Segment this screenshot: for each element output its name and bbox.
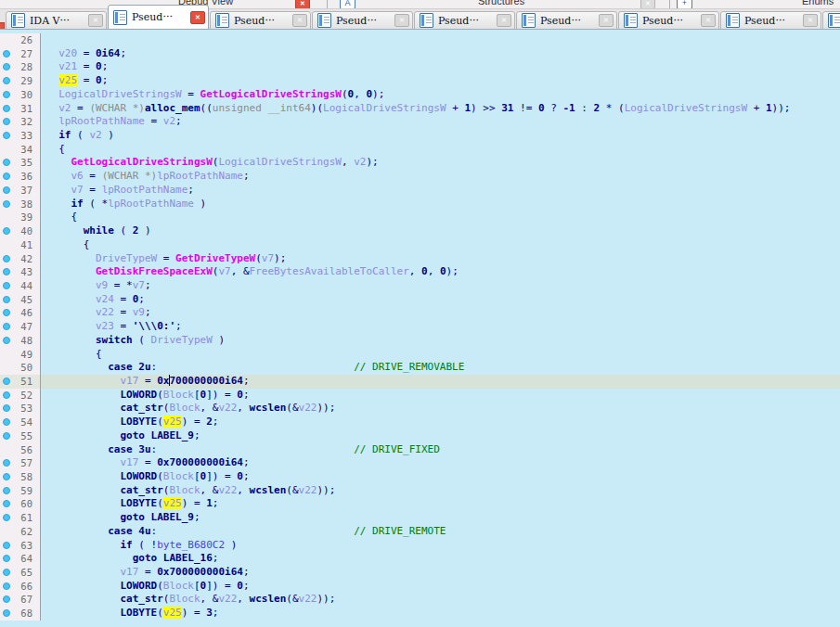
code-line-current[interactable]: 51 v17 = 0x700000000i64; bbox=[0, 375, 840, 389]
code-line[interactable]: 40 while ( 2 ) bbox=[0, 224, 840, 238]
code-line[interactable]: 41 { bbox=[0, 238, 840, 252]
code-line[interactable]: 29 v25 = 0; bbox=[0, 74, 840, 88]
breakpoint-dot[interactable] bbox=[3, 296, 10, 303]
breakpoint-dot[interactable] bbox=[3, 159, 10, 166]
code-line[interactable]: 63 if ( !byte_B680C2 ) bbox=[0, 539, 840, 553]
breakpoint-dot[interactable] bbox=[3, 459, 10, 467]
code-line[interactable]: 26 bbox=[0, 33, 840, 47]
breakpoint-dot[interactable] bbox=[3, 473, 10, 480]
gutter[interactable]: 53 bbox=[0, 402, 41, 416]
gutter[interactable]: 34 bbox=[0, 143, 41, 157]
tab-close-icon[interactable]: ✕ bbox=[88, 14, 103, 27]
breakpoint-dot[interactable] bbox=[3, 323, 10, 330]
gutter[interactable]: 52 bbox=[0, 389, 41, 403]
gutter[interactable]: 46 bbox=[0, 306, 41, 320]
code-line[interactable]: 31 v2 = (WCHAR *)alloc_mem((unsigned __i… bbox=[0, 102, 840, 116]
breakpoint-dot[interactable] bbox=[3, 500, 10, 507]
insert-icon[interactable]: + bbox=[677, 0, 692, 9]
tab-pseudocode-3[interactable]: Pseud···✕ bbox=[312, 11, 413, 30]
gutter[interactable]: 50 bbox=[0, 361, 41, 375]
gutter[interactable]: 32 bbox=[0, 115, 41, 129]
pseudocode-editor[interactable]: 2627 v20 = 0i64;28 v21 = 0;29 v25 = 0;30… bbox=[0, 29, 840, 627]
code-line[interactable]: 42 DriveTypeW = GetDriveTypeW(v7); bbox=[0, 252, 840, 266]
code-line[interactable]: 27 v20 = 0i64; bbox=[0, 47, 840, 61]
code-line[interactable]: 32 lpRootPathName = v2; bbox=[0, 115, 840, 129]
gutter[interactable]: 61 bbox=[0, 511, 41, 525]
code-line[interactable]: 46 v22 = v9; bbox=[0, 306, 840, 320]
gutter[interactable]: 30 bbox=[0, 88, 41, 102]
gutter[interactable]: 33 bbox=[0, 129, 41, 143]
tab-close-icon[interactable]: ✕ bbox=[599, 14, 614, 27]
breakpoint-dot[interactable] bbox=[3, 377, 10, 385]
breakpoint-dot[interactable] bbox=[3, 118, 10, 125]
breakpoint-dot[interactable] bbox=[3, 569, 10, 576]
code-line[interactable]: 55 goto LABEL_9; bbox=[0, 429, 840, 443]
tab-close-icon[interactable]: ✕ bbox=[803, 14, 818, 27]
code-line[interactable]: 37 v7 = lpRootPathName; bbox=[0, 184, 840, 198]
gutter[interactable]: 63 bbox=[0, 539, 41, 553]
gutter[interactable]: 31 bbox=[0, 102, 41, 116]
gutter[interactable]: 55 bbox=[0, 429, 41, 443]
gutter[interactable]: 66 bbox=[0, 580, 41, 594]
breakpoint-dot[interactable] bbox=[3, 309, 10, 316]
breakpoint-dot[interactable] bbox=[3, 186, 10, 194]
tab-pseudocode-7[interactable]: Pseud···✕ bbox=[720, 11, 821, 30]
breakpoint-dot[interactable] bbox=[3, 77, 10, 84]
gutter[interactable]: 68 bbox=[0, 607, 41, 621]
code-line[interactable]: 43 GetDiskFreeSpaceExW(v7, &FreeBytesAva… bbox=[0, 265, 840, 279]
breakpoint-dot[interactable] bbox=[3, 268, 10, 275]
gutter[interactable]: 44 bbox=[0, 279, 41, 293]
breakpoint-dot[interactable] bbox=[3, 105, 10, 112]
gutter[interactable]: 59 bbox=[0, 484, 41, 498]
code-line[interactable]: 65 v17 = 0x700000000i64; bbox=[0, 566, 840, 580]
breakpoint-dot[interactable] bbox=[3, 418, 10, 426]
breakpoint-dot[interactable] bbox=[3, 255, 10, 262]
gutter[interactable]: 60 bbox=[0, 497, 41, 511]
gutter[interactable]: 64 bbox=[0, 552, 41, 566]
gutter[interactable]: 47 bbox=[0, 320, 41, 334]
close-icon[interactable]: ✕ bbox=[640, 0, 655, 9]
code-line[interactable]: 50 case 2u: // DRIVE_REMOVABLE bbox=[0, 361, 840, 375]
gutter[interactable]: 56 bbox=[0, 443, 41, 457]
breakpoint-dot[interactable] bbox=[3, 63, 10, 70]
breakpoint-dot[interactable] bbox=[3, 542, 10, 549]
code-line[interactable]: 62 case 4u: // DRIVE_REMOTE bbox=[0, 525, 840, 539]
gutter[interactable]: 58 bbox=[0, 470, 41, 484]
tab-partial[interactable] bbox=[822, 11, 840, 30]
gutter[interactable]: 37 bbox=[0, 184, 41, 198]
gutter[interactable]: 28 bbox=[0, 60, 41, 74]
gutter[interactable]: 27 bbox=[0, 47, 41, 61]
tab-close-icon[interactable]: ✕ bbox=[394, 14, 409, 27]
breakpoint-dot[interactable] bbox=[3, 487, 10, 494]
gutter[interactable]: 67 bbox=[0, 593, 41, 607]
breakpoint-dot[interactable] bbox=[3, 582, 10, 590]
code-line[interactable]: 52 LOWORD(Block[0]) = 0; bbox=[0, 389, 840, 403]
gutter[interactable]: 62 bbox=[0, 525, 41, 539]
gutter[interactable]: 35 bbox=[0, 156, 41, 170]
breakpoint-dot[interactable] bbox=[3, 337, 10, 344]
gutter[interactable]: 43 bbox=[0, 265, 41, 279]
gutter[interactable]: 54 bbox=[0, 416, 41, 429]
gutter[interactable]: 38 bbox=[0, 198, 41, 211]
code-line[interactable]: 49 { bbox=[0, 348, 840, 362]
gutter[interactable]: 42 bbox=[0, 252, 41, 266]
code-line[interactable]: 68 LOBYTE(v25) = 3; bbox=[0, 607, 840, 621]
code-line[interactable]: 61 goto LABEL_9; bbox=[0, 511, 840, 525]
code-line[interactable]: 58 LOWORD(Block[0]) = 0; bbox=[0, 470, 840, 484]
code-line[interactable]: 54 LOBYTE(v25) = 2; bbox=[0, 416, 840, 429]
breakpoint-dot[interactable] bbox=[3, 91, 10, 98]
breakpoint-dot[interactable] bbox=[3, 391, 10, 399]
code-line[interactable]: 59 cat_str(Block, &v22, wcslen(&v22)); bbox=[0, 484, 840, 498]
code-line[interactable]: 64 goto LABEL_16; bbox=[0, 552, 840, 566]
tab-close-icon[interactable]: ✕ bbox=[292, 14, 307, 27]
code-line[interactable]: 35 GetLogicalDriveStringsW(LogicalDriveS… bbox=[0, 156, 840, 170]
code-line[interactable]: 57 v17 = 0x700000000i64; bbox=[0, 456, 840, 470]
code-line[interactable]: 53 cat_str(Block, &v22, wcslen(&v22)); bbox=[0, 402, 840, 416]
breakpoint-dot[interactable] bbox=[3, 173, 10, 180]
code-line[interactable]: 45 v24 = 0; bbox=[0, 293, 840, 307]
code-line[interactable]: 56 case 3u: // DRIVE_FIXED bbox=[0, 443, 840, 457]
gutter[interactable]: 48 bbox=[0, 334, 41, 348]
code-line[interactable]: 47 v23 = '\\\0:'; bbox=[0, 320, 840, 334]
gutter[interactable]: 45 bbox=[0, 293, 41, 307]
code-line[interactable]: 34 { bbox=[0, 143, 840, 157]
